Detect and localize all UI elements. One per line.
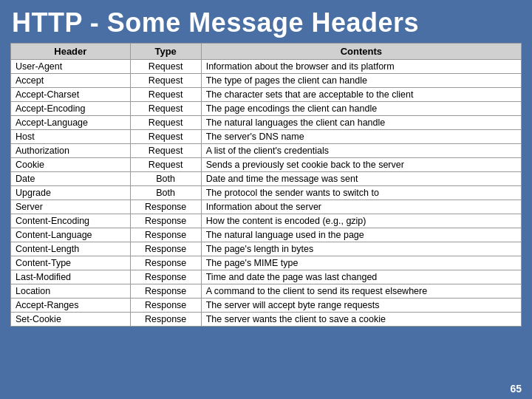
table-cell-18-2: The server wants the client to save a co…	[201, 313, 521, 327]
table-row: LocationResponseA command to the client …	[11, 284, 522, 299]
table-cell-17-0: Accept-Ranges	[11, 299, 131, 313]
table-cell-16-2: A command to the client to send its requ…	[201, 284, 521, 299]
table-row: DateBothDate and time the message was se…	[11, 172, 522, 186]
table-cell-12-1: Response	[130, 228, 201, 242]
table-cell-2-0: Accept-Charset	[11, 88, 131, 102]
table-cell-16-1: Response	[130, 284, 201, 299]
table-row: CookieRequestSends a previously set cook…	[11, 158, 522, 172]
table-cell-10-2: Information about the server	[201, 200, 521, 214]
table-cell-11-1: Response	[130, 214, 201, 228]
table-row: Accept-EncodingRequestThe page encodings…	[11, 102, 522, 116]
table-row: Content-LengthResponseThe page's length …	[11, 242, 522, 256]
table-cell-6-0: Authorization	[11, 144, 131, 158]
table-row: HostRequestThe server's DNS name	[11, 130, 522, 144]
table-row: ServerResponseInformation about the serv…	[11, 200, 522, 214]
table-cell-15-0: Last-Modified	[11, 270, 131, 284]
table-cell-11-0: Content-Encoding	[11, 214, 131, 228]
table-container: Header Type Contents User-AgentRequestIn…	[10, 43, 522, 327]
table-cell-0-1: Request	[130, 60, 201, 74]
table-cell-15-2: Time and date the page was last changed	[201, 270, 521, 284]
table-row: Accept-CharsetRequestThe character sets …	[11, 88, 522, 102]
table-cell-4-0: Accept-Language	[11, 116, 131, 130]
table-cell-18-1: Response	[130, 313, 201, 327]
table-cell-12-2: The natural language used in the page	[201, 228, 521, 242]
table-cell-18-0: Set-Cookie	[11, 313, 131, 327]
table-cell-1-1: Request	[130, 74, 201, 88]
table-cell-5-0: Host	[11, 130, 131, 144]
table-cell-3-1: Request	[130, 102, 201, 116]
table-cell-9-0: Upgrade	[11, 186, 131, 200]
table-cell-1-0: Accept	[11, 74, 131, 88]
col-header-type: Type	[130, 44, 201, 60]
headers-table: Header Type Contents User-AgentRequestIn…	[10, 43, 522, 327]
table-cell-10-1: Response	[130, 200, 201, 214]
table-cell-8-0: Date	[11, 172, 131, 186]
page-number: 65	[510, 383, 522, 395]
table-cell-5-1: Request	[130, 130, 201, 144]
table-cell-0-0: User-Agent	[11, 60, 131, 74]
table-cell-13-1: Response	[130, 242, 201, 256]
table-cell-6-1: Request	[130, 144, 201, 158]
table-cell-2-1: Request	[130, 88, 201, 102]
table-row: AcceptRequestThe type of pages the clien…	[11, 74, 522, 88]
table-cell-8-1: Both	[130, 172, 201, 186]
table-cell-13-2: The page's length in bytes	[201, 242, 521, 256]
table-row: Accept-LanguageRequestThe natural langua…	[11, 116, 522, 130]
table-cell-1-2: The type of pages the client can handle	[201, 74, 521, 88]
table-cell-13-0: Content-Length	[11, 242, 131, 256]
table-row: UpgradeBothThe protocol the sender wants…	[11, 186, 522, 200]
table-header-row: Header Type Contents	[11, 44, 522, 60]
table-row: Accept-RangesResponseThe server will acc…	[11, 299, 522, 313]
table-cell-3-2: The page encodings the client can handle	[201, 102, 521, 116]
table-cell-14-2: The page's MIME type	[201, 256, 521, 270]
table-cell-16-0: Location	[11, 284, 131, 299]
table-cell-14-0: Content-Type	[11, 256, 131, 270]
table-row: Content-LanguageResponseThe natural lang…	[11, 228, 522, 242]
table-cell-17-1: Response	[130, 299, 201, 313]
table-cell-7-2: Sends a previously set cookie back to th…	[201, 158, 521, 172]
table-row: Content-EncodingResponseHow the content …	[11, 214, 522, 228]
table-cell-17-2: The server will accept byte range reques…	[201, 299, 521, 313]
table-row: Last-ModifiedResponseTime and date the p…	[11, 270, 522, 284]
table-cell-0-2: Information about the browser and its pl…	[201, 60, 521, 74]
table-cell-4-1: Request	[130, 116, 201, 130]
col-header-contents: Contents	[201, 44, 521, 60]
table-cell-14-1: Response	[130, 256, 201, 270]
table-cell-11-2: How the content is encoded (e.g., gzip)	[201, 214, 521, 228]
table-cell-10-0: Server	[11, 200, 131, 214]
table-cell-6-2: A list of the client's credentials	[201, 144, 521, 158]
table-cell-12-0: Content-Language	[11, 228, 131, 242]
table-row: Content-TypeResponseThe page's MIME type	[11, 256, 522, 270]
table-cell-2-2: The character sets that are acceptable t…	[201, 88, 521, 102]
table-row: Set-CookieResponseThe server wants the c…	[11, 313, 522, 327]
table-cell-3-0: Accept-Encoding	[11, 102, 131, 116]
table-cell-15-1: Response	[130, 270, 201, 284]
table-cell-4-2: The natural languages the client can han…	[201, 116, 521, 130]
table-cell-7-1: Request	[130, 158, 201, 172]
page-title: HTTP - Some Message Headers	[0, 0, 532, 43]
table-row: User-AgentRequestInformation about the b…	[11, 60, 522, 74]
table-cell-5-2: The server's DNS name	[201, 130, 521, 144]
table-cell-9-2: The protocol the sender wants to switch …	[201, 186, 521, 200]
table-cell-8-2: Date and time the message was sent	[201, 172, 521, 186]
col-header-header: Header	[11, 44, 131, 60]
table-row: AuthorizationRequestA list of the client…	[11, 144, 522, 158]
table-cell-7-0: Cookie	[11, 158, 131, 172]
table-cell-9-1: Both	[130, 186, 201, 200]
